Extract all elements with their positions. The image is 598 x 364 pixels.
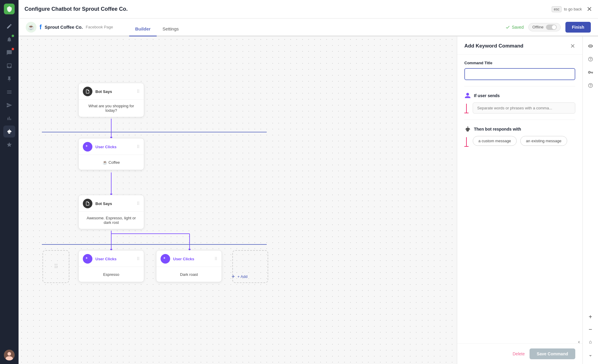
help-icon[interactable] xyxy=(585,54,596,65)
sidebar-item-bot[interactable] xyxy=(3,126,15,137)
eye-icon[interactable] xyxy=(585,41,596,51)
panel-close-button[interactable]: ✕ xyxy=(570,42,575,50)
sidebar-item-inbox[interactable] xyxy=(3,60,15,72)
connector-h-row xyxy=(464,113,469,113)
esc-badge: esc xyxy=(552,6,562,12)
responds-row: a custom message an existing message xyxy=(464,136,575,147)
messages-badge xyxy=(12,48,14,50)
sidebar-item-analytics[interactable] xyxy=(3,112,15,124)
user-avatar[interactable] xyxy=(4,350,15,360)
user-icon-3 xyxy=(161,254,170,264)
user-sends-icon xyxy=(464,92,471,99)
user-clicks-1-title: User Clicks xyxy=(95,145,117,149)
panel-footer: Delete Save Command xyxy=(457,343,582,364)
drag-handle-1[interactable]: ⠿ xyxy=(137,89,140,94)
if-user-sends-label: If user sends xyxy=(474,93,500,98)
main-content: Configure Chatbot for Sprout Coffee Co. … xyxy=(19,0,598,364)
user-clicks-1-body: ☕ Coffee xyxy=(79,155,144,170)
nav-row: ‹ ⌂ › xyxy=(574,337,598,347)
drag-handle-2[interactable]: ⠿ xyxy=(137,144,140,149)
subheader: ☕ f Sprout Coffee Co. Facebook Page Buil… xyxy=(19,19,598,36)
bot-says-1-node[interactable]: Bot Says ⠿ What are you shopping for tod… xyxy=(78,83,144,117)
app-logo xyxy=(4,4,15,14)
command-title-input[interactable] xyxy=(464,68,575,80)
condition-connector xyxy=(464,103,469,113)
sidebar-item-messages[interactable] xyxy=(3,47,15,59)
then-responds-section: Then bot responds with a custom message … xyxy=(457,120,582,153)
close-button[interactable]: ✕ xyxy=(587,5,592,13)
sidebar-item-notifications[interactable] xyxy=(3,33,15,45)
user-clicks-1-node[interactable]: User Clicks ⠿ ☕ Coffee xyxy=(78,138,144,170)
bot-says-2-header: Bot Says ⠿ xyxy=(79,195,144,212)
resp-connector-h xyxy=(464,146,469,147)
key-icon[interactable] xyxy=(585,67,596,78)
tab-builder[interactable]: Builder xyxy=(129,26,157,36)
save-command-button[interactable]: Save Command xyxy=(530,348,575,359)
zoom-minus-icon[interactable]: − xyxy=(585,324,596,335)
bot-says-2-node[interactable]: Bot Says ⠿ Awesome. Espresso, light or d… xyxy=(78,195,144,229)
panel-title: Add Keyword Command xyxy=(464,43,523,49)
dashed-placeholder xyxy=(232,250,268,283)
sidebar-item-pin[interactable] xyxy=(3,73,15,85)
user-clicks-3-title: User Clicks xyxy=(173,257,194,261)
user-clicks-3-header: User Clicks ⠿ xyxy=(156,250,222,267)
zoom-plus-icon[interactable]: + xyxy=(585,311,596,322)
sidebar-item-send[interactable] xyxy=(3,99,15,111)
responds-header: Then bot responds with xyxy=(464,126,575,132)
canvas[interactable]: Bot Says ⠿ What are you shopping for tod… xyxy=(19,36,457,364)
nav-down-icon[interactable]: ⌄ xyxy=(585,349,596,360)
then-responds-label: Then bot responds with xyxy=(474,127,521,131)
bot-icon-1 xyxy=(83,87,92,96)
drag-handle-4[interactable]: ⠿ xyxy=(137,256,140,261)
respond-options: a custom message an existing message xyxy=(473,136,567,146)
topbar: Configure Chatbot for Sprout Coffee Co. … xyxy=(19,0,598,19)
sidebar-item-compose[interactable] xyxy=(3,20,15,32)
custom-message-button[interactable]: a custom message xyxy=(473,136,517,146)
right-rail: + − ‹ ⌂ › ⌄ xyxy=(582,36,598,364)
if-user-sends-input[interactable] xyxy=(473,103,575,114)
sidebar-item-list[interactable] xyxy=(3,86,15,98)
bot-icon-2 xyxy=(83,199,92,208)
help2-icon[interactable] xyxy=(585,80,596,91)
facebook-icon: f xyxy=(39,23,42,31)
empty-drag-handle: ⠿ xyxy=(43,251,69,282)
user-clicks-1-header: User Clicks ⠿ xyxy=(79,138,144,155)
page-title: Configure Chatbot for Sprout Coffee Co. xyxy=(25,6,552,12)
sidebar-bottom xyxy=(4,350,15,360)
sidebar-item-star[interactable] xyxy=(3,139,15,151)
rail-bottom: + − ‹ ⌂ › ⌄ xyxy=(574,311,598,360)
bot-says-2-title: Bot Says xyxy=(95,201,112,206)
page-name: Sprout Coffee Co. xyxy=(45,25,83,30)
right-panel: Add Keyword Command ✕ Command Title If u… xyxy=(457,36,582,364)
condition-header: If user sends xyxy=(464,92,575,99)
user-clicks-2-node[interactable]: User Clicks ⠿ Espresso xyxy=(78,250,144,282)
responds-connector xyxy=(464,136,469,147)
drag-handle-3[interactable]: ⠿ xyxy=(137,201,140,206)
notification-badge xyxy=(12,35,14,37)
existing-message-button[interactable]: an existing message xyxy=(520,136,567,146)
nav-home-icon[interactable]: ⌂ xyxy=(585,337,596,347)
offline-label: Offline xyxy=(532,25,543,29)
esc-hint: esc to go back xyxy=(552,6,582,12)
drag-handle-5[interactable]: ⠿ xyxy=(214,256,217,261)
svg-point-1 xyxy=(7,352,11,356)
builder-area: Bot Says ⠿ What are you shopping for tod… xyxy=(19,36,598,364)
tab-settings[interactable]: Settings xyxy=(157,26,185,36)
nav-right-icon[interactable]: › xyxy=(597,337,598,347)
page-icon: ☕ xyxy=(26,22,36,33)
user-icon-2 xyxy=(83,254,92,264)
page-info: ☕ f Sprout Coffee Co. Facebook Page xyxy=(26,22,113,33)
saved-text: Saved xyxy=(512,25,524,30)
offline-toggle[interactable]: Offline xyxy=(528,23,560,31)
finish-button[interactable]: Finish xyxy=(565,22,591,33)
bot-says-1-header: Bot Says ⠿ xyxy=(79,83,144,100)
resp-connector-v xyxy=(466,137,467,146)
bot-says-2-body: Awesome. Espresso, light or dark rost xyxy=(79,212,144,229)
delete-button[interactable]: Delete xyxy=(512,351,524,356)
toggle-switch[interactable] xyxy=(546,25,557,30)
nav-left-icon[interactable]: ‹ xyxy=(574,337,585,347)
sidebar xyxy=(0,0,19,364)
connector-v xyxy=(466,104,467,113)
user-clicks-2-body: Espresso xyxy=(79,267,144,282)
user-clicks-3-node[interactable]: User Clicks ⠿ Dark roast xyxy=(156,250,222,282)
